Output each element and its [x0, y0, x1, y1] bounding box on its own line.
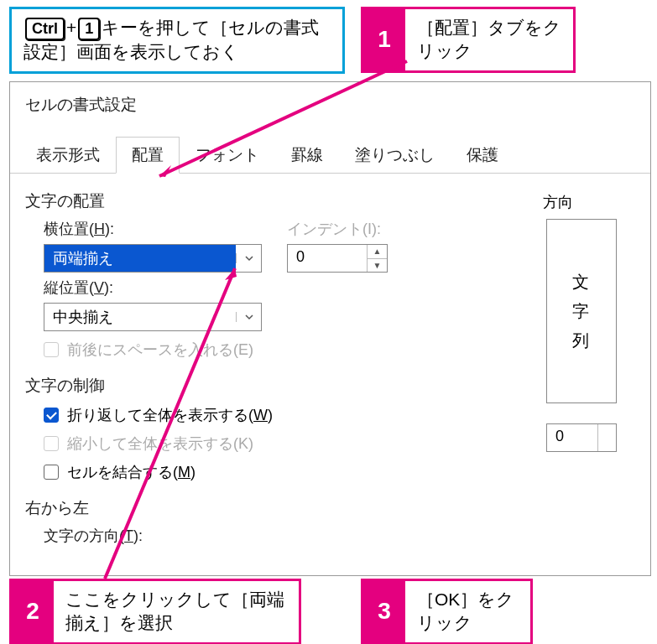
tab-number[interactable]: 表示形式 — [20, 137, 116, 174]
callout-preparation: Ctrl+1キーを押して［セルの書式設定］画面を表示しておく — [9, 7, 345, 74]
horizontal-combo[interactable]: 両端揃え — [44, 244, 262, 273]
horizontal-label: 横位置(H): — [44, 219, 262, 239]
indent-spinner[interactable]: 0 ▲ ▼ — [287, 244, 388, 273]
left-column: 文字の配置 横位置(H): 両端揃え — [25, 185, 526, 566]
justify-distributed-label: 前後にスペースを入れる(E) — [67, 340, 253, 360]
callout-step-3: 3 ［OK］をクリック — [361, 579, 533, 644]
tab-font[interactable]: フォント — [180, 137, 275, 174]
tab-bar: 表示形式 配置 フォント 罫線 塗りつぶし 保護 — [10, 124, 650, 174]
dialog-title: セルの書式設定 — [10, 82, 650, 124]
format-cells-dialog: セルの書式設定 表示形式 配置 フォント 罫線 塗りつぶし 保護 文字の配置 横… — [9, 81, 651, 576]
step-number-1: 1 — [363, 9, 405, 70]
step-text-3: ［OK］をクリック — [405, 581, 530, 642]
degrees-value: 0 — [547, 424, 597, 451]
shrink-to-fit-row: 縮小して全体を表示する(K) — [44, 434, 526, 454]
degrees-spinner[interactable]: 0 — [546, 423, 617, 452]
vertical-value: 中央揃え — [44, 304, 236, 330]
spinner-down-icon[interactable]: ▼ — [368, 259, 387, 273]
vertical-field: 縦位置(V): 中央揃え — [44, 278, 526, 331]
step-text-1: ［配置］タブをクリック — [405, 9, 573, 70]
tab-alignment[interactable]: 配置 — [116, 137, 180, 174]
callout-step-1: 1 ［配置］タブをクリック — [361, 7, 576, 73]
text-direction-field: 文字の方向(T): — [44, 526, 526, 546]
vertical-label: 縦位置(V): — [44, 278, 526, 298]
horizontal-value: 両端揃え — [44, 245, 236, 272]
chevron-down-icon[interactable] — [236, 312, 261, 322]
callout-pre-text: Ctrl+1キーを押して［セルの書式設定］画面を表示しておく — [12, 9, 342, 71]
tab-protection[interactable]: 保護 — [451, 137, 514, 174]
checkbox-shrink-to-fit — [44, 436, 59, 451]
group-text-control: 文字の制御 — [25, 375, 526, 397]
kbd-1: 1 — [78, 18, 100, 40]
group-right-to-left: 右から左 — [25, 497, 526, 519]
step-number-3: 3 — [363, 581, 405, 642]
callout-step-2: 2 ここをクリックして［両端揃え］を選択 — [9, 579, 301, 644]
indent-label: インデント(I): — [287, 219, 388, 239]
merge-cells-label: セルを結合する(M) — [67, 462, 196, 482]
right-column: 方向 文 字 列 0 — [543, 185, 635, 566]
horizontal-field: 横位置(H): 両端揃え インデント(I): 0 — [44, 219, 526, 273]
spinner-up-icon[interactable]: ▲ — [368, 245, 387, 259]
wrap-text-row[interactable]: 折り返して全体を表示する(W) — [44, 405, 526, 425]
text-direction-label: 文字の方向(T): — [44, 526, 526, 546]
justify-distributed-row: 前後にスペースを入れる(E) — [44, 340, 526, 360]
shrink-to-fit-label: 縮小して全体を表示する(K) — [67, 434, 253, 454]
step-text-2: ここをクリックして［両端揃え］を選択 — [54, 581, 299, 642]
tab-border[interactable]: 罫線 — [275, 137, 339, 174]
indent-value: 0 — [288, 245, 367, 272]
kbd-ctrl: Ctrl — [25, 18, 65, 40]
checkbox-justify-distributed — [44, 342, 59, 357]
step-number-2: 2 — [12, 581, 54, 642]
tab-fill[interactable]: 塗りつぶし — [339, 137, 451, 174]
degrees-spinner-buttons[interactable] — [597, 424, 616, 451]
dialog-body: 文字の配置 横位置(H): 両端揃え — [10, 174, 650, 566]
checkbox-merge-cells[interactable] — [44, 465, 59, 480]
wrap-text-label: 折り返して全体を表示する(W) — [67, 405, 273, 425]
merge-cells-row[interactable]: セルを結合する(M) — [44, 462, 526, 482]
orientation-vertical-button[interactable]: 文 字 列 — [546, 219, 617, 403]
orientation-label: 方向 — [543, 192, 635, 212]
group-text-alignment: 文字の配置 — [25, 190, 526, 212]
chevron-down-icon[interactable] — [236, 253, 261, 263]
checkbox-wrap-text[interactable] — [44, 408, 59, 423]
vertical-combo[interactable]: 中央揃え — [44, 303, 262, 331]
spinner-buttons[interactable]: ▲ ▼ — [367, 245, 387, 272]
